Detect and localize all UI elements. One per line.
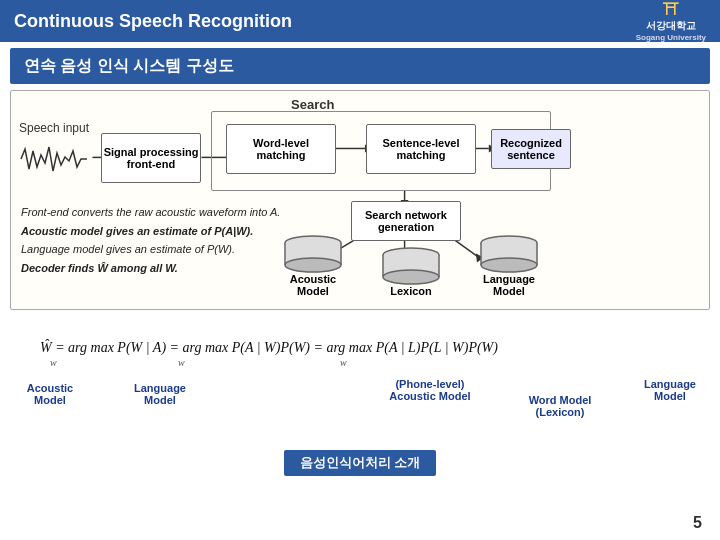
svg-text:Ŵ = arg max P(W | A) = arg max: Ŵ = arg max P(W | A) = arg max P(A | W)P… [40,339,498,356]
word-level-box: Word-levelmatching [226,124,336,174]
bottom-acoustic-label: AcousticModel [10,382,90,406]
note-2: Acoustic model gives an estimate of P(A|… [21,222,280,241]
bottom-word-model-label: Word Model(Lexicon) [500,394,620,418]
acoustic-model-db: AcousticModel [283,235,343,297]
acoustic-model-cylinder [283,235,343,273]
bottom-labels-area: AcousticModel LanguageModel (Phone-level… [10,378,710,448]
lexicon-db: Lexicon [381,247,441,297]
page-header: Continuous Speech Recognition ⛩ 서강대학교 So… [0,0,720,42]
korean-button[interactable]: 음성인식어처리 소개 [284,450,437,476]
lexicon-label: Lexicon [390,285,432,297]
svg-line-14 [454,240,479,258]
note-4: Decoder finds Ŵ among all W. [21,259,280,278]
bottom-footer: 음성인식어처리 소개 [0,450,720,476]
page-title: Continuous Speech Recognition [14,11,292,32]
bottom-language-label: LanguageModel [120,382,200,406]
search-network-label: Search networkgeneration [365,209,447,233]
svg-point-25 [383,270,439,284]
language-model-cylinder [479,235,539,273]
waveform-icon [19,141,89,177]
recognized-box: Recognizedsentence [491,129,571,169]
svg-text:w: w [50,357,57,368]
signal-box-label: Signal processingfront-end [104,146,199,170]
acoustic-model-label: AcousticModel [290,273,336,297]
search-label: Search [291,97,334,112]
svg-point-30 [481,258,537,272]
page-number: 5 [693,514,702,532]
formula-area: Ŵ = arg max P(W | A) = arg max P(A | W)P… [10,318,710,376]
svg-text:w: w [178,357,185,368]
logo-area: ⛩ 서강대학교 Sogang University [636,1,706,42]
sentence-level-label: Sentence-levelmatching [382,137,459,161]
bottom-language2-label: LanguageModel [630,378,710,402]
logo-icon: ⛩ [663,1,679,19]
note-1: Front-end converts the raw acoustic wave… [21,203,280,222]
diagram-area: Speech input Signal processingfront-end … [10,90,710,310]
logo-line2: Sogang University [636,33,706,42]
notes-area: Front-end converts the raw acoustic wave… [21,203,280,278]
lexicon-cylinder [381,247,441,285]
logo-line1: 서강대학교 [646,19,696,33]
word-level-label: Word-levelmatching [253,137,309,161]
bottom-phone-level-label: (Phone-level)Acoustic Model [370,378,490,402]
svg-text:w: w [340,357,347,368]
signal-processing-box: Signal processingfront-end [101,133,201,183]
subtitle-text: 연속 음성 인식 시스템 구성도 [24,56,234,77]
search-network-box: Search networkgeneration [351,201,461,241]
sentence-level-box: Sentence-levelmatching [366,124,476,174]
language-model-label: LanguageModel [483,273,535,297]
formula-svg: Ŵ = arg max P(W | A) = arg max P(A | W)P… [30,322,690,372]
recognized-label: Recognizedsentence [500,137,562,161]
svg-point-20 [285,258,341,272]
subtitle-bar: 연속 음성 인식 시스템 구성도 [10,48,710,84]
language-model-db: LanguageModel [479,235,539,297]
note-3: Language model gives an estimate of P(W)… [21,240,280,259]
speech-input-label: Speech input [19,121,89,135]
